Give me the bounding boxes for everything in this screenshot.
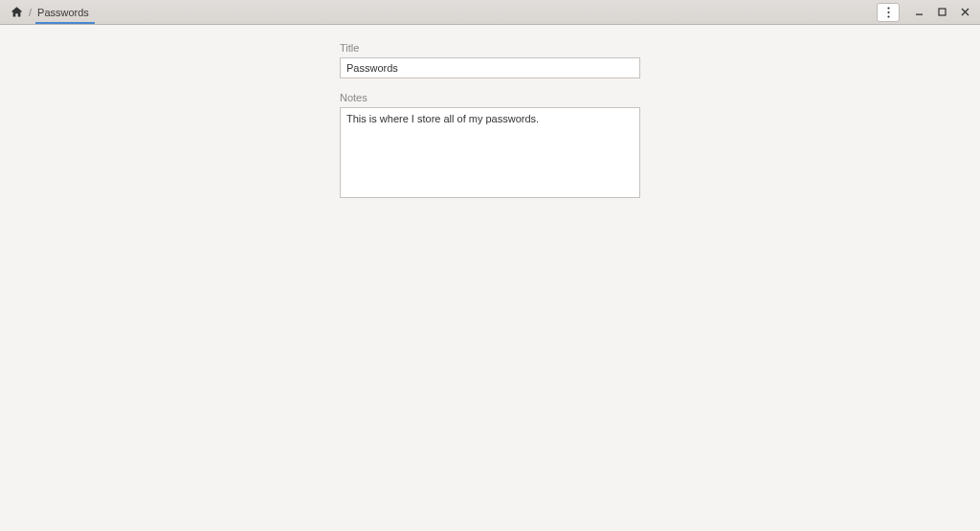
kebab-icon [887, 7, 890, 18]
maximize-icon [938, 8, 947, 16]
notes-label: Notes [340, 92, 640, 103]
close-button[interactable] [953, 1, 976, 24]
breadcrumb-separator: / [29, 7, 32, 18]
notes-field-group: Notes [340, 92, 640, 201]
svg-rect-3 [916, 14, 923, 15]
close-icon [961, 8, 969, 16]
content-area: Title Notes [0, 25, 980, 201]
window-controls [877, 1, 976, 24]
svg-rect-4 [939, 9, 946, 15]
svg-point-2 [887, 15, 889, 17]
minimize-button[interactable] [907, 1, 930, 24]
notes-textarea[interactable] [340, 107, 640, 198]
titlebar: / Passwords [0, 0, 980, 25]
svg-point-0 [887, 7, 889, 9]
minimize-icon [915, 8, 924, 16]
title-field-group: Title [340, 42, 640, 78]
maximize-button[interactable] [930, 1, 953, 24]
note-form: Title Notes [340, 42, 640, 201]
breadcrumb-current[interactable]: Passwords [35, 7, 95, 24]
menu-button[interactable] [877, 3, 900, 22]
breadcrumb: / Passwords [4, 4, 95, 21]
title-label: Title [340, 42, 640, 54]
home-icon[interactable] [8, 4, 25, 21]
svg-point-1 [887, 11, 889, 12]
title-input[interactable] [340, 57, 640, 78]
